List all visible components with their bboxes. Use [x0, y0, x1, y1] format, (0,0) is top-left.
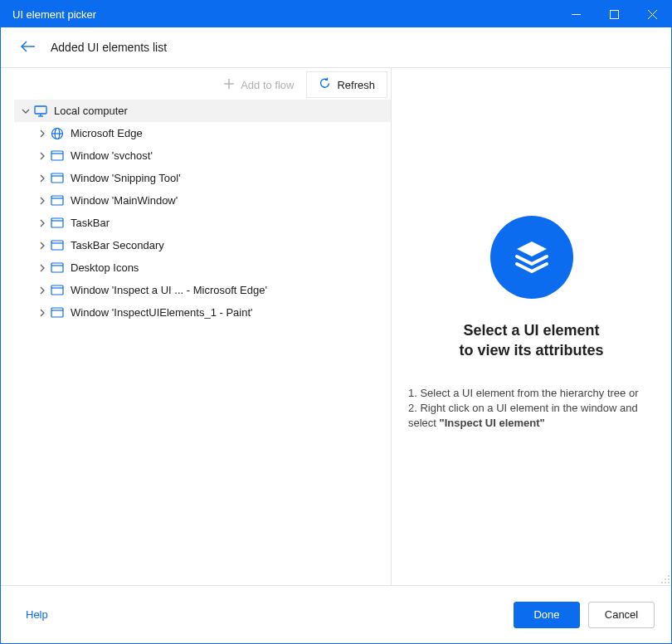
- tree-row[interactable]: Window 'Snipping Tool': [31, 167, 391, 189]
- refresh-label: Refresh: [337, 79, 375, 91]
- computer-icon: [32, 105, 49, 117]
- tree-row[interactable]: TaskBar: [31, 212, 391, 234]
- ui-element-tree[interactable]: Local computer Microsoft EdgeWindow 'svc…: [1, 98, 391, 585]
- cancel-button[interactable]: Cancel: [588, 602, 655, 628]
- window-icon: [49, 173, 66, 183]
- tree-row-label: Window 'svchost': [71, 149, 153, 162]
- tree-root-label: Local computer: [54, 105, 128, 117]
- tree-row-label: Microsoft Edge: [71, 127, 143, 139]
- tree-row-label: TaskBar: [71, 217, 110, 229]
- layers-icon: [490, 216, 573, 299]
- svg-point-32: [668, 578, 670, 580]
- window-icon: [49, 195, 66, 206]
- window-icon: [49, 150, 66, 161]
- help-link[interactable]: Help: [26, 608, 48, 621]
- svg-point-33: [661, 582, 663, 583]
- placeholder-title: Select a UI elementto view its attribute…: [459, 320, 603, 361]
- svg-rect-17: [51, 196, 63, 205]
- chevron-right-icon[interactable]: [36, 219, 49, 227]
- details-panel: Select a UI elementto view its attribute…: [391, 68, 671, 585]
- window-icon: [49, 240, 66, 251]
- window-icon: [49, 285, 66, 295]
- tree-row[interactable]: Window 'InspectUIElements_1 - Paint': [31, 301, 391, 324]
- tree-row-label: Window 'Inspect a UI ... - Microsoft Edg…: [71, 284, 267, 296]
- title-bar: UI element picker: [1, 1, 671, 27]
- svg-marker-29: [517, 242, 547, 256]
- svg-point-31: [665, 578, 666, 580]
- svg-rect-19: [51, 218, 63, 227]
- chevron-right-icon[interactable]: [36, 197, 49, 205]
- tree-row[interactable]: Window 'svchost': [31, 144, 391, 167]
- chevron-right-icon[interactable]: [36, 264, 49, 272]
- chevron-down-icon[interactable]: [19, 107, 32, 115]
- tree-toolbar: Add to flow Refresh: [1, 68, 391, 98]
- done-button[interactable]: Done: [514, 602, 580, 628]
- tree-root-row[interactable]: Local computer: [14, 100, 391, 122]
- svg-rect-25: [51, 285, 63, 295]
- add-to-flow-label: Add to flow: [241, 79, 294, 91]
- tree-row[interactable]: Window 'Inspect a UI ... - Microsoft Edg…: [31, 279, 391, 301]
- svg-rect-1: [610, 10, 618, 18]
- svg-point-30: [668, 575, 670, 577]
- add-to-flow-button: Add to flow: [211, 71, 306, 98]
- refresh-icon: [319, 77, 331, 92]
- globe-icon: [49, 127, 66, 140]
- sub-header: Added UI elements list: [1, 27, 671, 68]
- tree-row[interactable]: Desktop Icons: [31, 256, 391, 279]
- refresh-button[interactable]: Refresh: [306, 71, 387, 98]
- chevron-right-icon[interactable]: [36, 152, 49, 160]
- tree-row-label: Desktop Icons: [71, 261, 139, 274]
- svg-point-34: [665, 582, 666, 583]
- tree-row[interactable]: Window 'MainWindow': [31, 189, 391, 212]
- tree-row-label: Window 'InspectUIElements_1 - Paint': [71, 306, 253, 319]
- dialog-footer: Help Done Cancel: [1, 585, 671, 643]
- window-icon: [49, 307, 66, 318]
- resize-grip-icon[interactable]: [660, 573, 671, 585]
- window-title: UI element picker: [12, 8, 557, 21]
- chevron-right-icon[interactable]: [36, 129, 49, 138]
- window-icon: [49, 262, 66, 273]
- back-button[interactable]: [21, 40, 36, 56]
- page-title: Added UI elements list: [51, 41, 167, 54]
- tree-row[interactable]: TaskBar Secondary: [31, 234, 391, 256]
- chevron-right-icon[interactable]: [36, 286, 49, 295]
- chevron-right-icon[interactable]: [36, 309, 49, 317]
- window-icon: [49, 217, 66, 228]
- svg-point-35: [668, 582, 670, 583]
- tree-panel: Add to flow Refresh: [1, 68, 391, 585]
- tree-row-label: TaskBar Secondary: [71, 239, 164, 251]
- svg-rect-15: [51, 173, 63, 183]
- maximize-button[interactable]: [595, 1, 633, 27]
- chevron-right-icon[interactable]: [36, 242, 49, 250]
- chevron-right-icon[interactable]: [36, 174, 49, 183]
- close-button[interactable]: [633, 1, 671, 27]
- minimize-button[interactable]: [557, 1, 595, 27]
- svg-rect-27: [51, 308, 63, 317]
- tree-row-label: Window 'Snipping Tool': [71, 172, 181, 184]
- svg-rect-13: [51, 151, 63, 160]
- tree-row[interactable]: Microsoft Edge: [31, 122, 391, 144]
- placeholder-instructions: 1. Select a UI element from the hierarch…: [408, 386, 655, 432]
- svg-rect-7: [35, 106, 46, 114]
- tree-row-label: Window 'MainWindow': [71, 194, 178, 207]
- svg-rect-21: [51, 241, 63, 250]
- plus-icon: [223, 78, 235, 92]
- svg-rect-23: [51, 263, 63, 272]
